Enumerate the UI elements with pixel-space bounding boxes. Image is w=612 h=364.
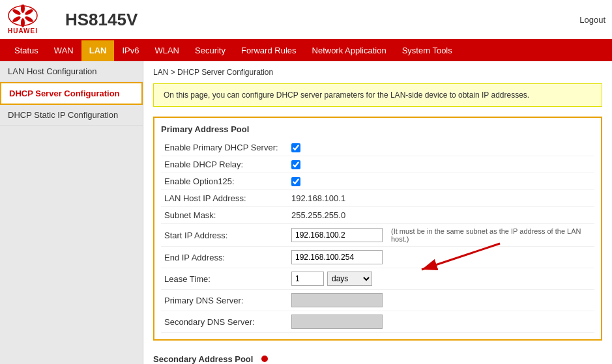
svg-point-5	[12, 15, 22, 23]
subnet-mask-row: Subnet Mask: 255.255.255.0	[161, 207, 594, 224]
subnet-mask-label: Subnet Mask:	[161, 210, 291, 220]
svg-line-8	[422, 244, 500, 270]
secondary-dns-value	[291, 315, 383, 329]
lease-time-label: Lease Time:	[161, 274, 291, 284]
start-ip-input[interactable]	[291, 228, 383, 242]
logo-area: HUAWEI	[7, 5, 39, 35]
breadcrumb: LAN > DHCP Server Configuration	[153, 68, 602, 77]
lease-time-row: Lease Time: days hours minutes	[161, 268, 594, 290]
sidebar: LAN Host Configuration DHCP Server Confi…	[0, 61, 143, 364]
content-area: LAN > DHCP Server Configuration On this …	[143, 61, 612, 364]
device-title: HS8145V	[52, 10, 579, 30]
lan-host-ip-label: LAN Host IP Address:	[161, 193, 291, 203]
svg-point-4	[21, 18, 25, 27]
sidebar-item-dhcp-server[interactable]: DHCP Server Configuration	[0, 82, 143, 105]
lease-time-input[interactable]	[291, 272, 324, 286]
huawei-logo	[7, 5, 39, 27]
end-ip-input[interactable]	[291, 250, 383, 264]
svg-point-2	[24, 8, 34, 16]
svg-point-6	[12, 8, 22, 16]
start-ip-row: Start IP Address: (It must be in the sam…	[161, 224, 594, 247]
lan-host-ip-row: LAN Host IP Address: 192.168.100.1	[161, 190, 594, 207]
red-dot-indicator	[261, 356, 268, 362]
enable-option125-label: Enable Option125:	[161, 176, 291, 186]
subnet-mask-text: 255.255.255.0	[291, 210, 345, 220]
nav-system-tools[interactable]: System Tools	[394, 40, 460, 61]
enable-dhcp-relay-checkbox[interactable]	[291, 160, 300, 169]
secondary-dns-input[interactable]	[291, 315, 383, 329]
enable-dhcp-relay-label: Enable DHCP Relay:	[161, 160, 291, 169]
main-nav: Status WAN LAN IPv6 WLAN Security Forwar…	[0, 40, 612, 61]
subnet-mask-value: 255.255.255.0	[291, 210, 345, 220]
svg-point-3	[24, 15, 34, 23]
lease-time-unit-select[interactable]: days hours minutes	[327, 272, 372, 286]
lan-host-ip-value: 192.168.100.1	[291, 193, 345, 203]
enable-primary-dhcp-checkbox[interactable]	[291, 143, 300, 152]
sidebar-item-lan-host[interactable]: LAN Host Configuration	[0, 61, 143, 82]
start-ip-hint: (It must be in the same subnet as the IP…	[391, 227, 594, 243]
lan-host-ip-text: 192.168.100.1	[291, 193, 345, 203]
info-box: On this page, you can configure DHCP ser…	[153, 83, 602, 107]
primary-address-pool-section: Primary Address Pool Enable Primary DHCP…	[153, 117, 602, 341]
enable-dhcp-relay-value	[291, 160, 300, 169]
secondary-address-pool-section: Secondary Address Pool Enable Secondary …	[153, 350, 602, 364]
secondary-dns-row: Secondary DNS Server:	[161, 311, 594, 333]
primary-dns-input[interactable]	[291, 293, 383, 307]
nav-network-application[interactable]: Network Application	[304, 40, 394, 61]
enable-primary-dhcp-value	[291, 143, 300, 152]
nav-status[interactable]: Status	[7, 40, 46, 61]
sidebar-item-dhcp-static[interactable]: DHCP Static IP Configuration	[0, 105, 143, 126]
primary-dns-value	[291, 293, 383, 307]
primary-dns-row: Primary DNS Server:	[161, 290, 594, 311]
lease-time-value: days hours minutes	[291, 272, 372, 286]
logo-text: HUAWEI	[8, 27, 38, 35]
main-layout: LAN Host Configuration DHCP Server Confi…	[0, 61, 612, 364]
primary-pool-title: Primary Address Pool	[161, 124, 594, 134]
enable-primary-dhcp-row: Enable Primary DHCP Server:	[161, 139, 594, 156]
svg-point-1	[21, 5, 25, 13]
logout-button[interactable]: Logout	[579, 15, 605, 25]
nav-lan[interactable]: LAN	[81, 40, 115, 61]
enable-dhcp-relay-row: Enable DHCP Relay:	[161, 156, 594, 173]
start-ip-label: Start IP Address:	[161, 231, 291, 240]
start-ip-value: (It must be in the same subnet as the IP…	[291, 227, 594, 243]
enable-option125-value	[291, 177, 300, 186]
end-ip-row: End IP Address:	[161, 247, 594, 268]
enable-primary-dhcp-label: Enable Primary DHCP Server:	[161, 143, 291, 152]
header: HUAWEI HS8145V Logout	[0, 0, 612, 40]
end-ip-value	[291, 250, 383, 264]
nav-ipv6[interactable]: IPv6	[114, 40, 147, 61]
end-ip-label: End IP Address:	[161, 253, 291, 262]
enable-option125-checkbox[interactable]	[291, 177, 300, 186]
nav-forward-rules[interactable]: Forward Rules	[233, 40, 304, 61]
secondary-pool-title: Secondary Address Pool	[153, 350, 253, 364]
nav-wlan[interactable]: WLAN	[147, 40, 187, 61]
secondary-dns-label: Secondary DNS Server:	[161, 317, 291, 327]
nav-security[interactable]: Security	[187, 40, 233, 61]
nav-wan[interactable]: WAN	[46, 40, 81, 61]
enable-option125-row: Enable Option125:	[161, 173, 594, 190]
primary-dns-label: Primary DNS Server:	[161, 296, 291, 305]
